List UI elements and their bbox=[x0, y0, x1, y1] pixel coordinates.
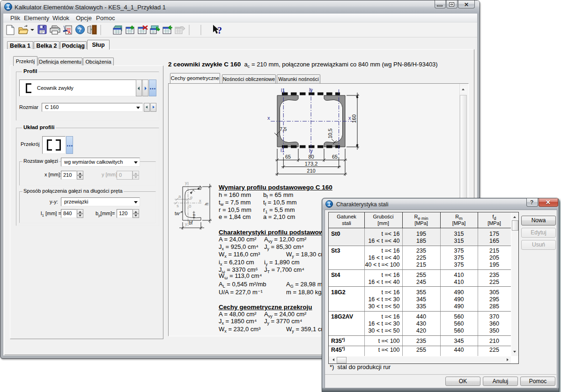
svg-text:7,5: 7,5 bbox=[280, 126, 287, 132]
svg-text:160: 160 bbox=[351, 115, 357, 123]
svg-text:e: e bbox=[190, 195, 192, 200]
svg-text:l1: l1 bbox=[281, 87, 285, 93]
svg-text:10,5: 10,5 bbox=[327, 129, 333, 138]
svg-text:65: 65 bbox=[332, 154, 338, 160]
svg-text:h: h bbox=[204, 203, 209, 205]
svg-text:y: y bbox=[185, 221, 187, 226]
svg-text:0: 0 bbox=[189, 203, 191, 209]
svg-text:ly: ly bbox=[309, 87, 313, 93]
svg-text:tw: tw bbox=[175, 211, 180, 216]
svg-text:?: ? bbox=[217, 25, 222, 36]
svg-text:x: x bbox=[267, 115, 270, 121]
svg-text:l1: l1 bbox=[280, 147, 285, 153]
svg-text:ly: ly bbox=[309, 148, 313, 153]
svg-text:tf: tf bbox=[192, 214, 196, 216]
svg-text:65: 65 bbox=[285, 154, 291, 160]
svg-text:A: A bbox=[68, 30, 71, 35]
svg-text:bf: bf bbox=[189, 220, 193, 225]
svg-text:173,2: 173,2 bbox=[305, 161, 318, 167]
svg-text:x: x bbox=[199, 198, 201, 203]
svg-text:y: y bbox=[185, 180, 187, 185]
svg-text:a: a bbox=[178, 194, 181, 199]
svg-text:s: s bbox=[177, 203, 179, 208]
svg-text:?: ? bbox=[78, 26, 82, 33]
svg-text:80: 80 bbox=[308, 154, 314, 160]
svg-text:210: 210 bbox=[307, 168, 315, 174]
